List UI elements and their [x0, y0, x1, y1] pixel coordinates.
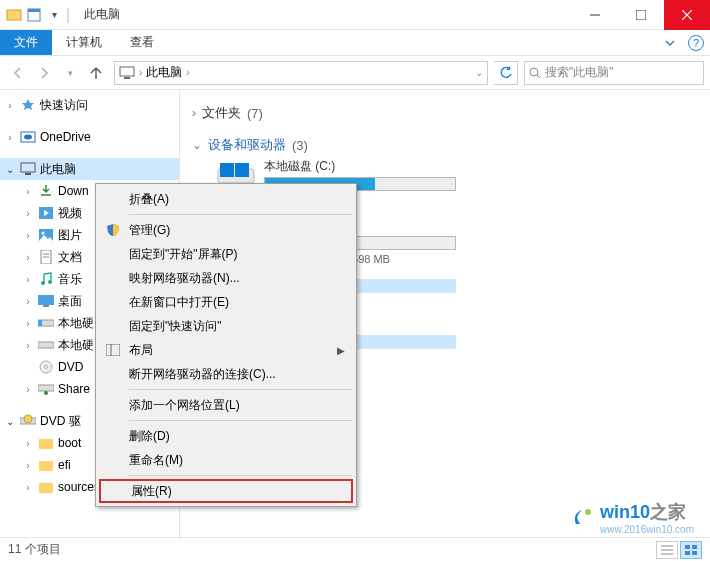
picture-icon — [38, 227, 54, 243]
video-icon — [38, 205, 54, 221]
chevron-right-icon[interactable]: › — [22, 252, 34, 263]
breadcrumb-sep-icon: › — [186, 67, 189, 78]
menu-separator — [129, 475, 352, 476]
window-title: 此电脑 — [76, 6, 120, 23]
nav-up-button[interactable] — [84, 61, 108, 85]
tab-view[interactable]: 查看 — [116, 30, 168, 55]
search-input[interactable]: 搜索"此电脑" — [524, 61, 704, 85]
maximize-button[interactable] — [618, 0, 664, 30]
chevron-down-icon[interactable]: ⌄ — [4, 416, 16, 427]
chevron-right-icon[interactable]: › — [22, 230, 34, 241]
breadcrumb-label[interactable]: 此电脑 — [146, 64, 182, 81]
sidebar-label: Down — [58, 184, 89, 198]
ctx-layout[interactable]: 布局▶ — [99, 338, 353, 362]
qat-dropdown-icon[interactable]: ▾ — [46, 7, 62, 23]
svg-point-21 — [41, 281, 45, 285]
ctx-new-window[interactable]: 在新窗口中打开(E) — [99, 290, 353, 314]
group-name: 文件夹 — [202, 104, 241, 122]
chevron-right-icon[interactable]: › — [22, 384, 34, 395]
ctx-pin-quick[interactable]: 固定到"快速访问" — [99, 314, 353, 338]
group-devices[interactable]: ⌄ 设备和驱动器 (3) — [192, 136, 710, 154]
close-button[interactable] — [664, 0, 710, 30]
ctx-rename[interactable]: 重命名(M) — [99, 448, 353, 472]
logo-swoosh-icon — [570, 504, 598, 532]
chevron-right-icon[interactable]: › — [22, 274, 34, 285]
sidebar-label: 图片 — [58, 227, 82, 244]
svg-rect-26 — [38, 320, 42, 326]
ctx-disconnect[interactable]: 断开网络驱动器的连接(C)... — [99, 362, 353, 386]
ctx-add-location[interactable]: 添加一个网络位置(L) — [99, 393, 353, 417]
chevron-right-icon[interactable]: › — [22, 460, 34, 471]
sidebar-quick-access[interactable]: › 快速访问 — [0, 94, 179, 116]
ctx-delete[interactable]: 删除(D) — [99, 424, 353, 448]
chevron-right-icon[interactable]: › — [22, 186, 34, 197]
svg-rect-24 — [43, 305, 49, 307]
ctx-label: 映射网络驱动器(N)... — [129, 270, 240, 287]
drive-name: 本地磁盘 (C:) — [264, 158, 456, 175]
sidebar-label: 文档 — [58, 249, 82, 266]
chevron-right-icon[interactable]: › — [22, 340, 34, 351]
chevron-right-icon[interactable]: › — [22, 208, 34, 219]
cloud-icon — [20, 129, 36, 145]
chevron-right-icon[interactable]: › — [4, 132, 16, 143]
chevron-right-icon[interactable]: › — [22, 482, 34, 493]
sidebar-label: boot — [58, 436, 81, 450]
ctx-map-drive[interactable]: 映射网络驱动器(N)... — [99, 266, 353, 290]
svg-rect-35 — [39, 461, 53, 471]
svg-point-50 — [585, 509, 591, 515]
watermark-url: www.2016win10.com — [600, 524, 694, 535]
sidebar-label: 音乐 — [58, 271, 82, 288]
svg-rect-27 — [38, 342, 54, 348]
chevron-down-icon[interactable]: ⌄ — [4, 164, 16, 175]
svg-rect-34 — [39, 439, 53, 449]
view-large-button[interactable] — [680, 541, 702, 559]
titlebar-separator: | — [66, 6, 70, 24]
ctx-label: 布局 — [129, 342, 153, 359]
explorer-icon — [6, 7, 22, 23]
nav-recent-dropdown[interactable]: ▾ — [58, 61, 82, 85]
tab-computer[interactable]: 计算机 — [52, 30, 116, 55]
ctx-manage[interactable]: 管理(G) — [99, 218, 353, 242]
ctx-collapse[interactable]: 折叠(A) — [99, 187, 353, 211]
breadcrumb-dropdown-icon[interactable]: ⌄ — [475, 67, 483, 78]
svg-rect-23 — [38, 295, 54, 305]
status-bar: 11 个项目 — [0, 537, 710, 561]
sidebar-this-pc[interactable]: ⌄ 此电脑 — [0, 158, 179, 180]
help-icon[interactable]: ? — [688, 35, 704, 51]
menu-separator — [129, 389, 352, 390]
sidebar-label: 本地硬 — [58, 315, 94, 332]
desktop-icon — [38, 293, 54, 309]
chevron-down-icon[interactable]: ⌄ — [192, 138, 202, 152]
nav-forward-button[interactable] — [32, 61, 56, 85]
minimize-button[interactable] — [572, 0, 618, 30]
qat-properties-icon[interactable] — [26, 7, 42, 23]
chevron-right-icon[interactable]: › — [4, 100, 16, 111]
chevron-right-icon[interactable]: › — [22, 438, 34, 449]
svg-rect-13 — [21, 163, 35, 172]
chevron-right-icon[interactable]: › — [192, 106, 196, 120]
chevron-right-icon[interactable]: › — [22, 318, 34, 329]
ctx-pin-start[interactable]: 固定到"开始"屏幕(P) — [99, 242, 353, 266]
svg-rect-36 — [39, 483, 53, 493]
group-folders[interactable]: › 文件夹 (7) — [192, 104, 710, 122]
view-details-button[interactable] — [656, 541, 678, 559]
network-drive-icon — [38, 381, 54, 397]
refresh-button[interactable] — [494, 61, 518, 85]
svg-rect-49 — [692, 551, 697, 555]
breadcrumb-sep-icon: › — [139, 67, 142, 78]
nav-back-button[interactable] — [6, 61, 30, 85]
svg-rect-0 — [7, 10, 21, 20]
tab-file[interactable]: 文件 — [0, 30, 52, 55]
svg-rect-30 — [38, 385, 54, 391]
search-icon — [529, 67, 541, 79]
ctx-properties[interactable]: 属性(R) — [99, 479, 353, 503]
ctx-label: 添加一个网络位置(L) — [129, 397, 240, 414]
sidebar-onedrive[interactable]: › OneDrive — [0, 126, 179, 148]
ribbon-expand-icon[interactable] — [660, 33, 680, 53]
music-icon — [38, 271, 54, 287]
breadcrumb[interactable]: › 此电脑 › ⌄ — [114, 61, 488, 85]
ctx-label: 删除(D) — [129, 428, 170, 445]
chevron-right-icon[interactable]: › — [22, 296, 34, 307]
title-bar: ▾ | 此电脑 — [0, 0, 710, 30]
menu-separator — [129, 420, 352, 421]
